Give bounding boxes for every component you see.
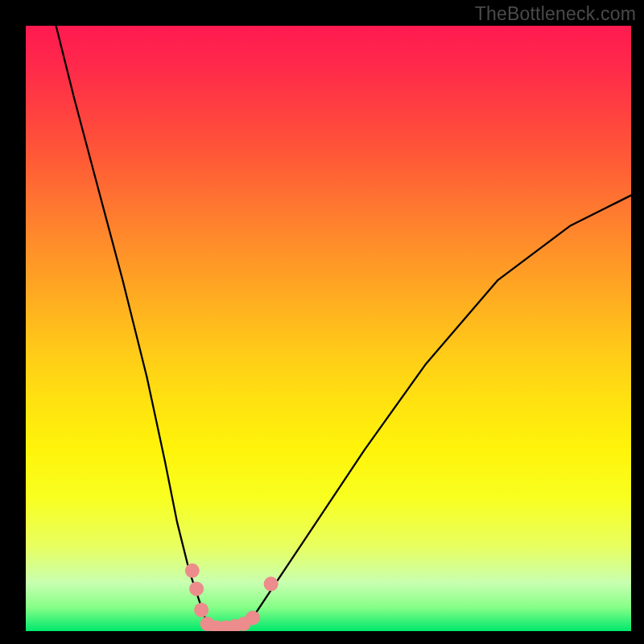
watermark-text: TheBottleneck.com bbox=[475, 3, 636, 25]
marker-point bbox=[264, 576, 279, 591]
marker-point bbox=[246, 611, 260, 625]
marker-point bbox=[189, 581, 204, 596]
marker-point bbox=[185, 564, 200, 578]
series-bottleneck-curve bbox=[56, 26, 631, 631]
chart-svg bbox=[0, 0, 644, 644]
chart-frame: TheBottleneck.com bbox=[0, 0, 644, 644]
marker-point bbox=[194, 603, 208, 617]
